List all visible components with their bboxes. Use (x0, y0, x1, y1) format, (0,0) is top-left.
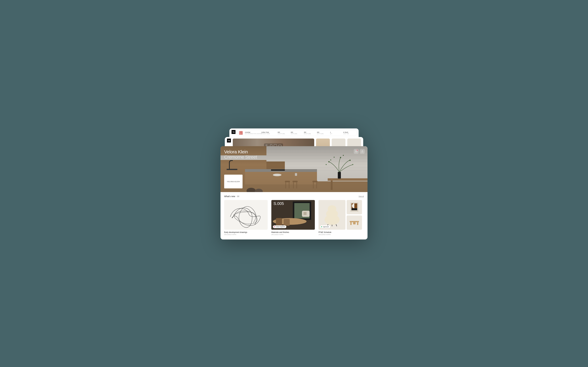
spec-value: 900 (291, 132, 302, 133)
spec-value: 900 (278, 132, 289, 133)
card-thumbnail (224, 200, 268, 230)
thumbnail-tile (347, 216, 362, 230)
svg-rect-58 (350, 221, 359, 222)
svg-rect-61 (353, 222, 355, 224)
card-title: FF&E Schedule (319, 231, 362, 233)
share-button[interactable] (360, 149, 365, 154)
spec-value: 1 (330, 132, 341, 133)
count-badge: 24 (236, 195, 240, 197)
status-label: Action required (276, 226, 285, 227)
spec-value: 900 (317, 132, 328, 133)
status-pill: Approved (320, 225, 330, 228)
whats-new-section: What's new 24 View all Early development… (221, 192, 367, 239)
card-timestamp: 28/11/2022 5:04PM (224, 234, 268, 235)
card-thumbnail: S.005 Action required (271, 200, 315, 230)
studio-name: Velora Klein (224, 149, 257, 154)
spec-value: Amber Chair (261, 132, 276, 133)
scribble-icon (224, 200, 268, 230)
lamp-icon (321, 203, 343, 227)
spec-label: QTY (330, 133, 341, 134)
spec-label: WIDTH (MM) (291, 133, 302, 134)
whats-new-card[interactable]: S.005 Action required Materials and fini… (271, 200, 315, 235)
spec-label: LEAD TIME (343, 133, 354, 134)
project-name: Cremorne Street (224, 154, 257, 160)
view-all-link[interactable]: View all (359, 196, 364, 197)
svg-rect-59 (350, 222, 352, 225)
card-title: Early development drawings (224, 231, 268, 233)
card-thumbnail-grid: Approved (319, 200, 362, 230)
notifications-button[interactable] (354, 149, 359, 154)
brand-monogram: VK (227, 139, 231, 142)
thumbnail-tile (347, 200, 362, 214)
share-icon (361, 150, 363, 153)
notification-dot-icon (357, 150, 358, 151)
table-icon (348, 217, 361, 228)
svg-line-53 (336, 224, 337, 226)
spec-label: LENGTH (MM) (278, 133, 289, 134)
spec-label: SEE DRAWINGS FOR LOCATION (245, 133, 259, 134)
spec-value: In Stock (343, 132, 354, 133)
project-dashboard-card: Velora Klein Cremorne Street VELORA KLEI… (221, 146, 367, 240)
status-label: Approved (323, 226, 329, 227)
section-title: What's new (224, 195, 235, 198)
status-dot-icon (274, 226, 275, 227)
spec-value: 350 (304, 132, 315, 133)
overlay-code: S.005 (274, 201, 284, 206)
spec-value: Armchair (245, 132, 259, 133)
product-thumbnail (239, 131, 243, 135)
svg-rect-60 (357, 222, 358, 225)
card-timestamp: 28/11/2022 5:04PM (319, 234, 362, 235)
svg-rect-45 (276, 218, 282, 226)
svg-rect-46 (284, 219, 290, 226)
status-dot-icon (321, 226, 322, 227)
brand-card-text: VELORA KLEIN (227, 181, 240, 183)
svg-rect-48 (303, 212, 307, 215)
thumbnail-tile: Approved (319, 200, 346, 230)
hero-banner: Velora Klein Cremorne Street VELORA KLEI… (221, 146, 367, 192)
whats-new-card[interactable]: Early development drawings 28/11/2022 5:… (224, 200, 268, 235)
card-timestamp: 28/11/2022 5:04PM (271, 234, 315, 235)
spec-label: DEPTH (MM) (317, 133, 328, 134)
svg-rect-57 (351, 208, 357, 210)
brand-card: VELORA KLEIN (224, 175, 242, 188)
card-title: Materials and finishes (271, 231, 315, 233)
status-pill: Action required (273, 225, 286, 228)
brand-monogram: VK (232, 130, 235, 134)
artwork-icon (348, 201, 361, 213)
whats-new-card[interactable]: Approved (319, 200, 362, 235)
spec-label: HEIGHT (MM) (304, 133, 315, 134)
spec-label: PRODUCT NAME (261, 133, 276, 134)
spec-row[interactable]: ArmchairSEE DRAWINGS FOR LOCATION Amber … (238, 130, 356, 136)
svg-point-51 (324, 215, 339, 225)
